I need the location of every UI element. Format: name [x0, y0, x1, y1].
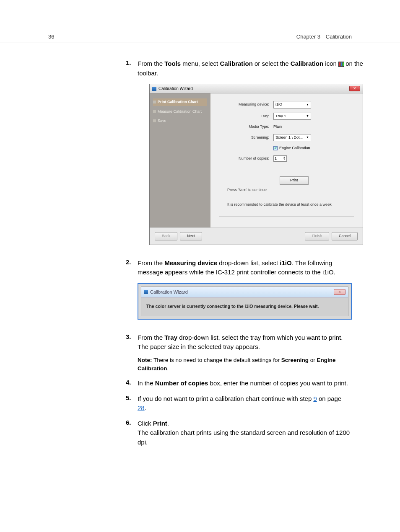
- page-number: 36: [48, 34, 54, 40]
- text: .: [145, 404, 146, 411]
- label-screening: Screening:: [219, 135, 273, 141]
- text-bold: Measuring device: [164, 259, 217, 266]
- hint-text: Press 'Next' to continue: [227, 187, 354, 193]
- text: box, enter the number of copies you want…: [208, 380, 348, 387]
- step-number: 4.: [126, 379, 138, 388]
- step-list: 1. From the Tools menu, select Calibrati…: [126, 59, 352, 447]
- calibration-wizard-screenshot: Calibration Wizard ✕ Print Calibration C…: [149, 84, 363, 245]
- dropdown-value: Tray 1: [275, 114, 286, 119]
- sidebar-label: Measure Calibration Chart: [158, 109, 202, 115]
- link-step-9[interactable]: 9: [313, 395, 317, 402]
- step-3: 3. From the Tray drop-down list, select …: [126, 333, 352, 373]
- text: icon: [323, 60, 338, 67]
- bullet-icon: [153, 110, 156, 113]
- connecting-message-screenshot: Calibration Wizard × The color server is…: [138, 283, 352, 320]
- step-body: From the Measuring device drop-down list…: [138, 258, 352, 327]
- sidebar-item-print-chart[interactable]: Print Calibration Chart: [153, 98, 207, 106]
- sidebar-label: Print Calibration Chart: [158, 99, 198, 105]
- text-bold: Calibration: [220, 60, 252, 67]
- close-icon[interactable]: ×: [334, 289, 345, 295]
- text-bold: Screening: [281, 357, 309, 363]
- sidebar-item-save[interactable]: Save: [153, 117, 207, 125]
- text: or select the: [253, 60, 291, 67]
- text-bold: Tools: [164, 60, 181, 67]
- step-1: 1. From the Tools menu, select Calibrati…: [126, 59, 352, 253]
- text-bold: Number of copies: [155, 380, 208, 387]
- step-5: 5. If you do not want to print a calibra…: [126, 394, 352, 413]
- text: .: [167, 420, 169, 427]
- connecting-message: The color server is currently connecting…: [141, 297, 348, 316]
- bullet-icon: [153, 119, 156, 122]
- label-media-type: Media Type:: [219, 124, 273, 130]
- text: on page: [317, 395, 341, 402]
- dropdown-value: i1iO: [275, 102, 282, 108]
- next-button[interactable]: Next: [180, 232, 202, 240]
- text: menu, select: [181, 60, 220, 67]
- row-media-type: Media Type: Plain: [219, 124, 354, 130]
- titlebar: Calibration Wizard ×: [141, 287, 348, 298]
- close-icon[interactable]: ✕: [349, 86, 360, 91]
- text: Click: [138, 420, 153, 427]
- link-page-28[interactable]: 28: [138, 404, 145, 411]
- sidebar-item-measure-chart[interactable]: Measure Calibration Chart: [153, 108, 207, 116]
- step-number: 1.: [126, 59, 138, 253]
- app-icon: [144, 290, 148, 294]
- bullet-icon: [153, 101, 156, 103]
- text: The calibration chart prints using the s…: [138, 428, 352, 447]
- chevron-down-icon: ▼: [306, 114, 309, 119]
- label-tray: Tray:: [219, 114, 273, 119]
- step-6: 6. Click Print. The calibration chart pr…: [126, 419, 352, 447]
- cancel-button[interactable]: Cancel: [332, 232, 358, 240]
- row-engine-calibration: ✔Engine Calibration: [219, 145, 354, 151]
- page-header: 36 Chapter 3—Calibration: [0, 0, 400, 42]
- text: drop-down list, select the tray from whi…: [177, 334, 343, 341]
- text: From the: [138, 334, 164, 341]
- media-type-value: Plain: [273, 124, 282, 130]
- calibration-icon: [338, 62, 344, 67]
- text-bold: i1iO: [280, 259, 291, 266]
- tray-dropdown[interactable]: Tray 1▼: [273, 113, 311, 120]
- step-body: If you do not want to print a calibratio…: [138, 394, 352, 413]
- print-button[interactable]: Print: [280, 176, 309, 185]
- finish-button[interactable]: Finish: [305, 232, 329, 240]
- text: There is no need to change the default s…: [152, 357, 281, 363]
- engine-calibration-checkbox[interactable]: ✔Engine Calibration: [273, 145, 310, 151]
- row-tray: Tray: Tray 1▼: [219, 113, 354, 120]
- chevron-down-icon: ▼: [306, 103, 309, 107]
- text: From the: [138, 259, 164, 266]
- text-bold: Print: [153, 420, 167, 427]
- note: Note: There is no need to change the def…: [138, 356, 352, 373]
- text: drop-down list, select: [217, 259, 280, 266]
- titlebar: Calibration Wizard ✕: [150, 84, 363, 93]
- wizard-sidebar: Print Calibration Chart Measure Calibrat…: [150, 93, 210, 227]
- text: From the: [138, 60, 164, 67]
- text: In the: [138, 380, 155, 387]
- back-button[interactable]: Back: [155, 232, 177, 240]
- wizard-main: Measuring device: i1iO▼ Tray: Tray 1▼ Me…: [210, 93, 363, 227]
- step-2: 2. From the Measuring device drop-down l…: [126, 258, 352, 327]
- step-number: 2.: [126, 258, 138, 327]
- copies-spinner[interactable]: 1▲▼: [273, 155, 287, 162]
- sidebar-label: Save: [158, 118, 166, 124]
- chevron-down-icon: ▼: [306, 135, 309, 140]
- text-bold: Tray: [164, 334, 177, 341]
- text-bold: Calibration: [291, 60, 323, 67]
- text: If you do not want to print a calibratio…: [138, 395, 313, 402]
- text: .: [167, 365, 169, 372]
- window-title: Calibration Wizard: [150, 289, 188, 296]
- measuring-device-dropdown[interactable]: i1iO▼: [273, 101, 311, 108]
- checkbox-label: Engine Calibration: [279, 145, 310, 151]
- step-number: 3.: [126, 333, 138, 373]
- wizard-body: Print Calibration Chart Measure Calibrat…: [150, 93, 363, 227]
- spinner-arrows-icon: ▲▼: [283, 156, 286, 160]
- screening-dropdown[interactable]: Screen 1 \ Dot...▼: [273, 134, 311, 142]
- content-area: 1. From the Tools menu, select Calibrati…: [0, 59, 400, 447]
- note-label: Note:: [138, 357, 152, 363]
- step-body: From the Tools menu, select Calibration …: [138, 59, 363, 253]
- dropdown-value: Screen 1 \ Dot...: [275, 135, 303, 141]
- window-title: Calibration Wizard: [158, 85, 193, 92]
- step-number: 5.: [126, 394, 138, 413]
- step-4: 4. In the Number of copies box, enter th…: [126, 379, 352, 388]
- row-measuring-device: Measuring device: i1iO▼: [219, 101, 354, 108]
- row-num-copies: Number of copies: 1▲▼: [219, 155, 354, 162]
